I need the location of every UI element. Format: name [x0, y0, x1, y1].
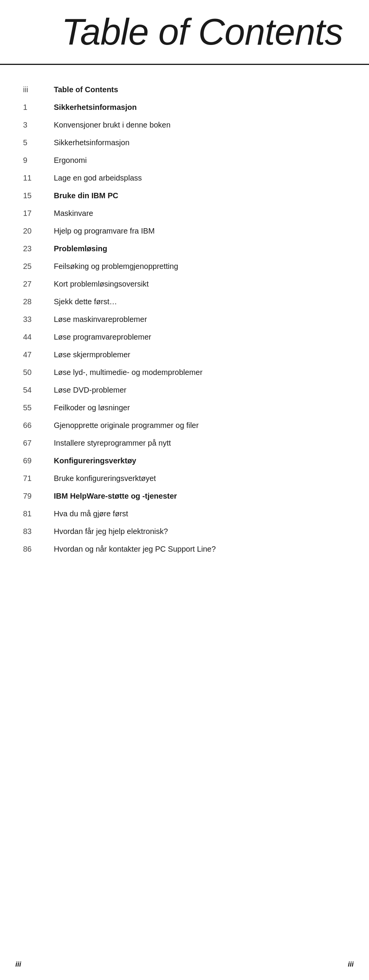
table-row: 66Gjenopprette originale programmer og f… [23, 416, 346, 434]
toc-page-number: 54 [23, 381, 54, 398]
toc-page-number: 50 [23, 363, 54, 381]
table-row: 25Feilsøking og problemgjenoppretting [23, 257, 346, 275]
table-row: 47Løse skjermproblemer [23, 345, 346, 363]
toc-entry-label: Hjelp og programvare fra IBM [54, 222, 346, 239]
page-number-top-left: iii [15, 960, 21, 968]
toc-entry-label: Løse programvareproblemer [54, 328, 346, 345]
table-row: 83Hvordan får jeg hjelp elektronisk? [23, 522, 346, 540]
toc-page-number: iii [23, 80, 54, 98]
toc-entry-label: Løse skjermproblemer [54, 345, 346, 363]
toc-page-number: 33 [23, 310, 54, 328]
toc-page-number: 5 [23, 133, 54, 151]
toc-table: iiiTable of Contents1Sikkerhetsinformasj… [23, 80, 346, 557]
table-row: 5Sikkerhetsinformasjon [23, 133, 346, 151]
toc-entry-label: Hva du må gjøre først [54, 504, 346, 522]
table-row: 11Lage en god arbeidsplass [23, 169, 346, 186]
table-row: 50Løse lyd-, multimedie- og modemproblem… [23, 363, 346, 381]
table-row: 3Konvensjoner brukt i denne boken [23, 116, 346, 133]
toc-page-number: 47 [23, 345, 54, 363]
toc-content-area: iiiTable of Contents1Sikkerhetsinformasj… [0, 65, 369, 580]
toc-page-number: 9 [23, 151, 54, 169]
page-number-bottom-right: iii [348, 960, 354, 968]
toc-entry-label: Løse lyd-, multimedie- og modemproblemer [54, 363, 346, 381]
toc-page-number: 83 [23, 522, 54, 540]
table-row: 54Løse DVD-problemer [23, 381, 346, 398]
table-row: 67Installere styreprogrammer på nytt [23, 434, 346, 451]
toc-page-number: 86 [23, 540, 54, 557]
toc-page-number: 17 [23, 204, 54, 222]
table-row: 33Løse maskinvareproblemer [23, 310, 346, 328]
toc-entry-label: Hvordan får jeg hjelp elektronisk? [54, 522, 346, 540]
toc-page-number: 28 [23, 292, 54, 310]
toc-page-number: 79 [23, 487, 54, 504]
toc-page-number: 23 [23, 239, 54, 257]
toc-page-number: 67 [23, 434, 54, 451]
toc-page-number: 11 [23, 169, 54, 186]
toc-entry-label: Konvensjoner brukt i denne boken [54, 116, 346, 133]
toc-page-number: 44 [23, 328, 54, 345]
toc-entry-label: Maskinvare [54, 204, 346, 222]
main-title: Table of Contents [0, 0, 369, 65]
toc-page-number: 20 [23, 222, 54, 239]
toc-entry-label: Bruke din IBM PC [54, 186, 346, 204]
toc-entry-label: Sikkerhetsinformasjon [54, 98, 346, 116]
toc-entry-label: Kort problemløsingsoversikt [54, 275, 346, 292]
page-container: iii Table of Contents iiiTable of Conten… [0, 0, 369, 980]
toc-page-number: 3 [23, 116, 54, 133]
toc-entry-label: Løse maskinvareproblemer [54, 310, 346, 328]
toc-entry-label: Problemløsing [54, 239, 346, 257]
toc-entry-label: Table of Contents [54, 80, 346, 98]
toc-entry-label: Installere styreprogrammer på nytt [54, 434, 346, 451]
toc-entry-label: IBM HelpWare-støtte og -tjenester [54, 487, 346, 504]
toc-page-number: 1 [23, 98, 54, 116]
toc-entry-label: Hvordan og når kontakter jeg PC Support … [54, 540, 346, 557]
toc-entry-label: Løse DVD-problemer [54, 381, 346, 398]
table-row: 86Hvordan og når kontakter jeg PC Suppor… [23, 540, 346, 557]
table-row: 1Sikkerhetsinformasjon [23, 98, 346, 116]
toc-page-number: 25 [23, 257, 54, 275]
table-row: 17Maskinvare [23, 204, 346, 222]
table-row: 15Bruke din IBM PC [23, 186, 346, 204]
table-row: 71Bruke konfigureringsverktøyet [23, 469, 346, 487]
toc-entry-label: Lage en god arbeidsplass [54, 169, 346, 186]
table-row: 27Kort problemløsingsoversikt [23, 275, 346, 292]
table-row: iiiTable of Contents [23, 80, 346, 98]
table-row: 44Løse programvareproblemer [23, 328, 346, 345]
toc-entry-label: Konfigureringsverktøy [54, 451, 346, 469]
table-row: 23Problemløsing [23, 239, 346, 257]
toc-page-number: 69 [23, 451, 54, 469]
toc-page-number: 55 [23, 398, 54, 416]
toc-page-number: 81 [23, 504, 54, 522]
toc-entry-label: Feilsøking og problemgjenoppretting [54, 257, 346, 275]
toc-page-number: 27 [23, 275, 54, 292]
toc-entry-label: Sjekk dette først… [54, 292, 346, 310]
toc-entry-label: Ergonomi [54, 151, 346, 169]
toc-page-number: 71 [23, 469, 54, 487]
table-row: 69Konfigureringsverktøy [23, 451, 346, 469]
table-row: 9Ergonomi [23, 151, 346, 169]
toc-entry-label: Feilkoder og løsninger [54, 398, 346, 416]
table-row: 81Hva du må gjøre først [23, 504, 346, 522]
toc-entry-label: Gjenopprette originale programmer og fil… [54, 416, 346, 434]
table-row: 55Feilkoder og løsninger [23, 398, 346, 416]
toc-entry-label: Sikkerhetsinformasjon [54, 133, 346, 151]
toc-page-number: 15 [23, 186, 54, 204]
toc-entry-label: Bruke konfigureringsverktøyet [54, 469, 346, 487]
toc-page-number: 66 [23, 416, 54, 434]
table-row: 20Hjelp og programvare fra IBM [23, 222, 346, 239]
table-row: 28Sjekk dette først… [23, 292, 346, 310]
table-row: 79IBM HelpWare-støtte og -tjenester [23, 487, 346, 504]
